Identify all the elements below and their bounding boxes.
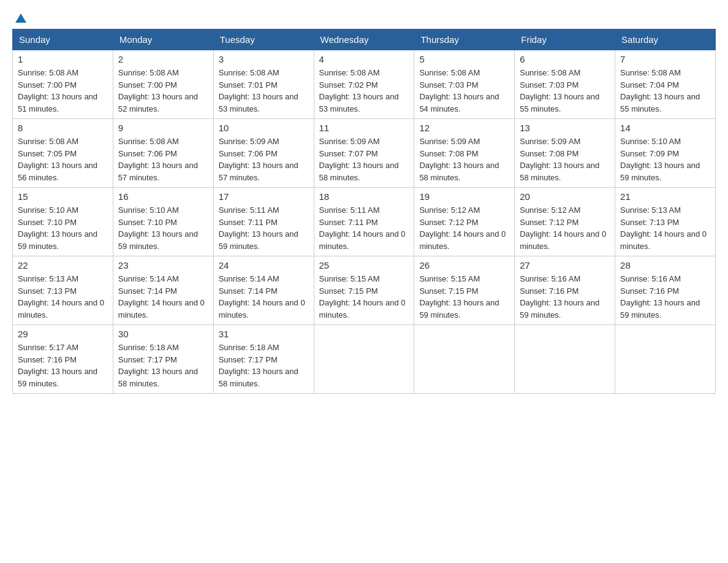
calendar-cell [414,325,515,394]
calendar-cell: 29 Sunrise: 5:17 AM Sunset: 7:16 PM Dayl… [13,325,113,394]
day-number: 10 [219,123,309,133]
day-number: 11 [319,123,409,133]
day-info: Sunrise: 5:11 AM Sunset: 7:11 PM Dayligh… [319,204,409,252]
logo-triangle-icon [15,13,26,23]
calendar-cell [515,325,615,394]
weekday-header-tuesday: Tuesday [213,29,314,50]
day-number: 21 [620,191,710,202]
calendar-cell: 6 Sunrise: 5:08 AM Sunset: 7:03 PM Dayli… [515,50,615,119]
day-info: Sunrise: 5:09 AM Sunset: 7:08 PM Dayligh… [419,136,509,183]
day-info: Sunrise: 5:15 AM Sunset: 7:15 PM Dayligh… [319,273,409,321]
day-number: 16 [118,191,208,202]
day-number: 25 [319,260,409,270]
weekday-header-thursday: Thursday [414,29,515,50]
calendar-week-row: 22 Sunrise: 5:13 AM Sunset: 7:13 PM Dayl… [13,256,716,325]
day-info: Sunrise: 5:12 AM Sunset: 7:12 PM Dayligh… [419,204,509,252]
day-number: 7 [620,54,710,64]
logo [12,12,40,23]
day-info: Sunrise: 5:09 AM Sunset: 7:07 PM Dayligh… [319,136,409,183]
day-info: Sunrise: 5:08 AM Sunset: 7:06 PM Dayligh… [118,136,208,183]
day-number: 30 [118,329,208,339]
weekday-header-monday: Monday [113,29,213,50]
calendar-cell: 19 Sunrise: 5:12 AM Sunset: 7:12 PM Dayl… [414,188,515,256]
day-info: Sunrise: 5:11 AM Sunset: 7:11 PM Dayligh… [219,204,309,252]
day-number: 17 [219,191,309,202]
calendar-cell: 14 Sunrise: 5:10 AM Sunset: 7:09 PM Dayl… [615,119,716,188]
day-info: Sunrise: 5:08 AM Sunset: 7:01 PM Dayligh… [219,67,309,115]
calendar-cell: 26 Sunrise: 5:15 AM Sunset: 7:15 PM Dayl… [414,256,515,325]
day-info: Sunrise: 5:16 AM Sunset: 7:16 PM Dayligh… [520,273,610,321]
day-number: 4 [319,54,409,64]
day-number: 2 [118,54,208,64]
day-number: 5 [419,54,509,64]
calendar-cell: 16 Sunrise: 5:10 AM Sunset: 7:10 PM Dayl… [113,188,213,256]
day-number: 23 [118,260,208,270]
calendar-cell: 17 Sunrise: 5:11 AM Sunset: 7:11 PM Dayl… [213,188,314,256]
calendar-cell: 5 Sunrise: 5:08 AM Sunset: 7:03 PM Dayli… [414,50,515,119]
day-number: 12 [419,123,509,133]
day-info: Sunrise: 5:09 AM Sunset: 7:08 PM Dayligh… [520,136,610,183]
calendar-cell: 25 Sunrise: 5:15 AM Sunset: 7:15 PM Dayl… [314,256,414,325]
day-number: 8 [18,123,108,133]
weekday-header-row: SundayMondayTuesdayWednesdayThursdayFrid… [13,29,716,50]
calendar-cell: 8 Sunrise: 5:08 AM Sunset: 7:05 PM Dayli… [13,119,113,188]
calendar-cell: 10 Sunrise: 5:09 AM Sunset: 7:06 PM Dayl… [213,119,314,188]
day-info: Sunrise: 5:09 AM Sunset: 7:06 PM Dayligh… [219,136,309,183]
calendar-cell: 31 Sunrise: 5:18 AM Sunset: 7:17 PM Dayl… [213,325,314,394]
day-info: Sunrise: 5:14 AM Sunset: 7:14 PM Dayligh… [219,273,309,321]
day-number: 20 [520,191,610,202]
day-info: Sunrise: 5:18 AM Sunset: 7:17 PM Dayligh… [219,342,309,389]
day-info: Sunrise: 5:08 AM Sunset: 7:04 PM Dayligh… [620,67,710,115]
weekday-header-wednesday: Wednesday [314,29,414,50]
day-info: Sunrise: 5:08 AM Sunset: 7:00 PM Dayligh… [18,67,108,115]
calendar-cell: 22 Sunrise: 5:13 AM Sunset: 7:13 PM Dayl… [13,256,113,325]
calendar-cell: 2 Sunrise: 5:08 AM Sunset: 7:00 PM Dayli… [113,50,213,119]
calendar-cell: 20 Sunrise: 5:12 AM Sunset: 7:12 PM Dayl… [515,188,615,256]
calendar-cell: 15 Sunrise: 5:10 AM Sunset: 7:10 PM Dayl… [13,188,113,256]
calendar-cell: 28 Sunrise: 5:16 AM Sunset: 7:16 PM Dayl… [615,256,716,325]
calendar-cell [314,325,414,394]
day-number: 1 [18,54,108,64]
day-info: Sunrise: 5:16 AM Sunset: 7:16 PM Dayligh… [620,273,710,321]
day-info: Sunrise: 5:13 AM Sunset: 7:13 PM Dayligh… [18,273,108,321]
day-number: 14 [620,123,710,133]
day-info: Sunrise: 5:08 AM Sunset: 7:03 PM Dayligh… [520,67,610,115]
day-number: 3 [219,54,309,64]
day-number: 28 [620,260,710,270]
day-number: 26 [419,260,509,270]
day-info: Sunrise: 5:12 AM Sunset: 7:12 PM Dayligh… [520,204,610,252]
calendar-week-row: 15 Sunrise: 5:10 AM Sunset: 7:10 PM Dayl… [13,188,716,256]
day-number: 27 [520,260,610,270]
day-info: Sunrise: 5:18 AM Sunset: 7:17 PM Dayligh… [118,342,208,389]
day-number: 29 [18,329,108,339]
day-info: Sunrise: 5:10 AM Sunset: 7:09 PM Dayligh… [620,136,710,183]
calendar-cell: 7 Sunrise: 5:08 AM Sunset: 7:04 PM Dayli… [615,50,716,119]
calendar-cell: 11 Sunrise: 5:09 AM Sunset: 7:07 PM Dayl… [314,119,414,188]
weekday-header-sunday: Sunday [13,29,113,50]
day-info: Sunrise: 5:14 AM Sunset: 7:14 PM Dayligh… [118,273,208,321]
day-number: 18 [319,191,409,202]
day-info: Sunrise: 5:08 AM Sunset: 7:03 PM Dayligh… [419,67,509,115]
calendar-cell: 18 Sunrise: 5:11 AM Sunset: 7:11 PM Dayl… [314,188,414,256]
day-number: 6 [520,54,610,64]
calendar-cell: 3 Sunrise: 5:08 AM Sunset: 7:01 PM Dayli… [213,50,314,119]
calendar-cell: 9 Sunrise: 5:08 AM Sunset: 7:06 PM Dayli… [113,119,213,188]
weekday-header-saturday: Saturday [615,29,716,50]
day-number: 31 [219,329,309,339]
day-info: Sunrise: 5:10 AM Sunset: 7:10 PM Dayligh… [118,204,208,252]
day-info: Sunrise: 5:13 AM Sunset: 7:13 PM Dayligh… [620,204,710,252]
day-info: Sunrise: 5:08 AM Sunset: 7:00 PM Dayligh… [118,67,208,115]
calendar-cell: 21 Sunrise: 5:13 AM Sunset: 7:13 PM Dayl… [615,188,716,256]
weekday-header-friday: Friday [515,29,615,50]
day-info: Sunrise: 5:10 AM Sunset: 7:10 PM Dayligh… [18,204,108,252]
day-number: 13 [520,123,610,133]
day-number: 19 [419,191,509,202]
calendar-table: SundayMondayTuesdayWednesdayThursdayFrid… [12,29,716,394]
day-number: 22 [18,260,108,270]
header [12,12,716,23]
calendar-cell: 1 Sunrise: 5:08 AM Sunset: 7:00 PM Dayli… [13,50,113,119]
calendar-week-row: 29 Sunrise: 5:17 AM Sunset: 7:16 PM Dayl… [13,325,716,394]
calendar-cell: 24 Sunrise: 5:14 AM Sunset: 7:14 PM Dayl… [213,256,314,325]
day-number: 24 [219,260,309,270]
calendar-week-row: 1 Sunrise: 5:08 AM Sunset: 7:00 PM Dayli… [13,50,716,119]
